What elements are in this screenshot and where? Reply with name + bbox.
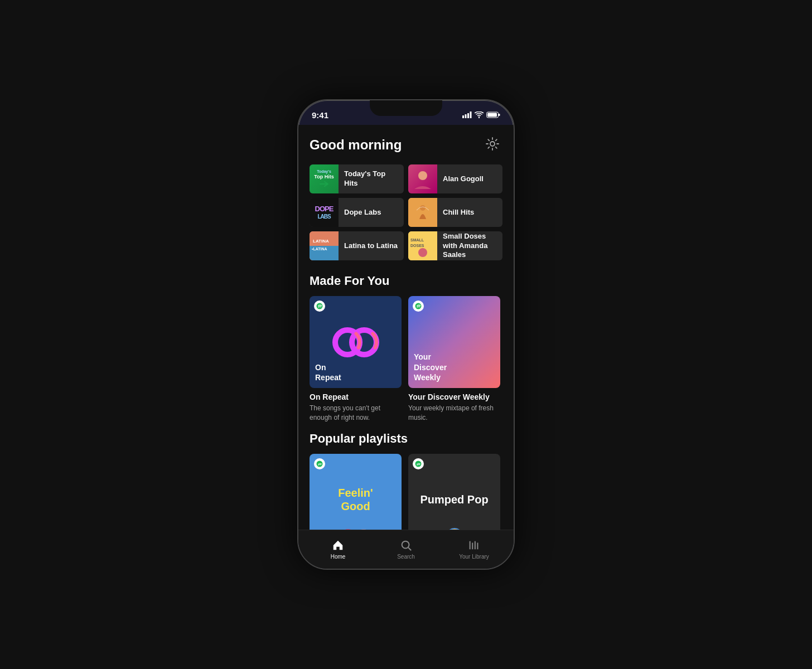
signal-icon bbox=[462, 112, 472, 118]
quick-label-chill-hits: Chill Hits bbox=[437, 208, 480, 217]
nav-library-label: Your Library bbox=[459, 554, 489, 560]
card-title-on-repeat: On Repeat bbox=[310, 392, 402, 401]
svg-rect-9 bbox=[408, 198, 437, 227]
bottom-nav: Home Search bbox=[298, 530, 514, 569]
card-image-on-repeat: On Repeat bbox=[310, 296, 402, 388]
quick-thumb-top-hits: Today's Top Hits bbox=[310, 164, 339, 193]
feelin-good-card-text: Feelin' Good bbox=[338, 486, 373, 513]
card-pumped-pop[interactable]: Pumped Pop Pumped Pop bbox=[408, 454, 500, 530]
card-image-pumped-pop: Pumped Pop bbox=[408, 454, 500, 530]
card-image-feelin-good: Feelin' Good bbox=[310, 454, 402, 530]
scroll-area[interactable]: Good morning Today's Top Hits bbox=[298, 125, 514, 530]
status-icons bbox=[462, 112, 500, 118]
card-desc-on-repeat: The songs you can't get enough of right … bbox=[310, 404, 402, 423]
card-title-discover: Your Discover Weekly bbox=[408, 392, 500, 401]
nav-search-label: Search bbox=[397, 554, 415, 560]
popular-playlists-title: Popular playlists bbox=[310, 432, 502, 446]
svg-point-8 bbox=[418, 171, 427, 180]
pumped-pop-card-text: Pumped Pop bbox=[420, 493, 488, 506]
quick-label-latina: Latina to Latina bbox=[339, 241, 403, 251]
quick-thumb-dope: DOPE LABS bbox=[310, 198, 339, 227]
quick-access-grid: Today's Top Hits Today's Top Hits bbox=[310, 164, 502, 260]
on-repeat-card-text: On Repeat bbox=[315, 362, 341, 382]
card-feelin-good[interactable]: Feelin' Good Feelin' Good bbox=[310, 454, 402, 530]
feelin-good-avatars bbox=[339, 528, 373, 530]
svg-point-18 bbox=[418, 248, 427, 257]
settings-button[interactable] bbox=[482, 134, 502, 156]
quick-label-dope-labs: Dope Labs bbox=[339, 208, 386, 217]
spotify-badge-pumped bbox=[413, 458, 424, 469]
quick-thumb-small-doses: SMALL DOSES bbox=[408, 231, 437, 260]
quick-label-small-doses: Small Doses with Amanda Saales bbox=[437, 232, 502, 260]
quick-item-top-hits[interactable]: Today's Top Hits Today's Top Hits bbox=[310, 164, 404, 193]
notch bbox=[370, 100, 442, 116]
svg-rect-1 bbox=[465, 114, 467, 118]
gear-icon bbox=[485, 136, 500, 152]
nav-search[interactable]: Search bbox=[372, 535, 440, 560]
card-image-discover: Your Discover Weekly bbox=[408, 296, 500, 388]
quick-thumb-chill bbox=[408, 198, 437, 227]
svg-rect-0 bbox=[462, 115, 464, 118]
status-time: 9:41 bbox=[312, 110, 328, 120]
card-desc-discover: Your weekly mixtape of fresh music. bbox=[408, 404, 500, 423]
svg-point-10 bbox=[420, 205, 426, 211]
made-for-you-title: Made For You bbox=[310, 274, 502, 288]
battery-icon bbox=[486, 112, 500, 118]
quick-item-alan-gogoll[interactable]: Alan Gogoll bbox=[408, 164, 502, 193]
svg-point-28 bbox=[402, 541, 409, 549]
popular-playlists-cards[interactable]: Feelin' Good Feelin' Good bbox=[310, 454, 502, 530]
phone-frame: 9:41 bbox=[297, 99, 515, 570]
spotify-badge-feelin bbox=[314, 458, 325, 469]
quick-thumb-alan bbox=[408, 164, 437, 193]
svg-rect-5 bbox=[499, 114, 500, 116]
greeting-title: Good morning bbox=[310, 137, 402, 153]
pumped-pop-avatars bbox=[446, 528, 463, 530]
home-icon bbox=[332, 539, 344, 551]
svg-text:DOSES: DOSES bbox=[410, 244, 424, 248]
svg-point-7 bbox=[490, 142, 495, 146]
quick-item-small-doses[interactable]: SMALL DOSES Small Doses with Amanda Saal… bbox=[408, 231, 502, 260]
svg-line-29 bbox=[408, 547, 411, 550]
svg-text:LATINA: LATINA bbox=[313, 239, 329, 244]
svg-rect-2 bbox=[467, 113, 469, 118]
header: Good morning bbox=[310, 134, 502, 156]
spotify-badge-discover bbox=[413, 300, 424, 312]
nav-home[interactable]: Home bbox=[304, 535, 372, 560]
svg-text:•LATINA: •LATINA bbox=[312, 247, 327, 251]
discover-card-text: Your Discover Weekly bbox=[414, 352, 447, 382]
quick-thumb-latina: LATINA •LATINA bbox=[310, 231, 339, 260]
quick-label-alan-gogoll: Alan Gogoll bbox=[437, 174, 489, 184]
quick-item-chill-hits[interactable]: Chill Hits bbox=[408, 198, 502, 227]
spotify-badge-on-repeat bbox=[314, 300, 325, 312]
svg-rect-3 bbox=[470, 112, 472, 118]
nav-home-label: Home bbox=[331, 554, 346, 560]
library-icon bbox=[468, 539, 480, 551]
search-icon bbox=[400, 539, 412, 551]
wifi-icon bbox=[475, 112, 484, 118]
quick-item-latina[interactable]: LATINA •LATINA Latina to Latina bbox=[310, 231, 404, 260]
svg-rect-6 bbox=[487, 113, 497, 117]
nav-library[interactable]: Your Library bbox=[440, 535, 508, 560]
card-discover-weekly[interactable]: Your Discover Weekly Your Discover Weekl… bbox=[408, 296, 500, 423]
made-for-you-cards[interactable]: On Repeat On Repeat The songs you can't … bbox=[310, 296, 502, 423]
app-content: Good morning Today's Top Hits bbox=[298, 125, 514, 569]
svg-text:SMALL: SMALL bbox=[410, 238, 424, 242]
card-on-repeat[interactable]: On Repeat On Repeat The songs you can't … bbox=[310, 296, 402, 423]
quick-label-top-hits: Today's Top Hits bbox=[339, 169, 404, 188]
quick-item-dope-labs[interactable]: DOPE LABS Dope Labs bbox=[310, 198, 404, 227]
